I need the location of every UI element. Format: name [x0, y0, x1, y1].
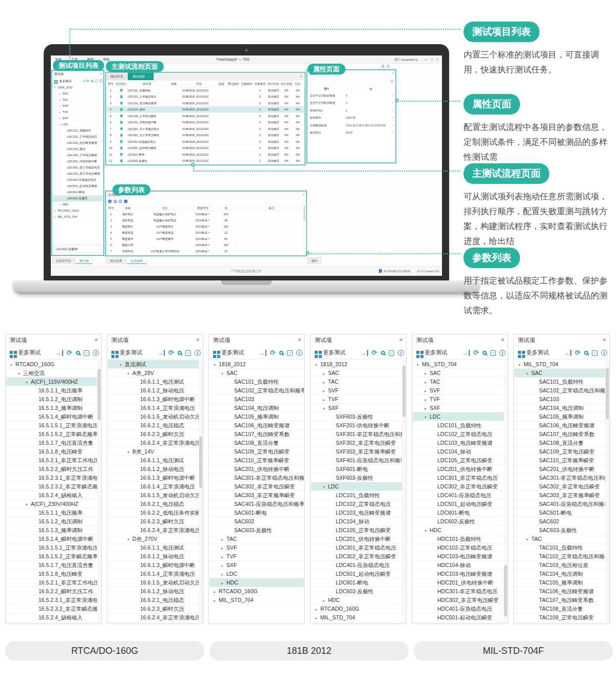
help-icon[interactable]: ?: [381, 65, 384, 68]
tree-item[interactable]: SAC105_频率调制: [209, 412, 304, 421]
chevron-right-icon[interactable]: ▸: [221, 536, 226, 543]
more-tests-button[interactable]: 更多测试: [59, 79, 71, 83]
search-icon[interactable]: [279, 351, 283, 355]
tree-item[interactable]: LDC301_非正常稳态电压: [311, 543, 406, 552]
chevron-right-icon[interactable]: ▸: [323, 379, 328, 386]
tree-item[interactable]: 16.5.2.3.1_非正常浪涌电压: [6, 596, 101, 605]
close-icon[interactable]: ×: [297, 334, 301, 346]
chevron-down-icon[interactable]: ▾: [18, 370, 23, 378]
tree-item[interactable]: ▸HDC: [209, 578, 304, 587]
scrollbar-thumb[interactable]: [606, 368, 609, 419]
refresh-icon[interactable]: ⟳: [473, 350, 479, 356]
tree-item[interactable]: SAC104_电压调制: [514, 404, 609, 412]
info-icon[interactable]: i: [195, 350, 201, 356]
refresh-icon[interactable]: ⟳: [67, 350, 72, 356]
tree-item[interactable]: ▸RTCADO_160G: [311, 605, 406, 613]
tree-item[interactable]: ▸SXF: [413, 404, 507, 412]
tree-item[interactable]: LDC201_供电转换中断: [52, 159, 104, 165]
param-row[interactable]: 1保护电压电源输出保护电压DOUBLE ˅200: [106, 211, 306, 217]
import-icon[interactable]: →: [157, 350, 165, 356]
chevron-right-icon[interactable]: ▸: [221, 562, 226, 570]
chevron-down-icon[interactable]: ˅: [390, 99, 396, 107]
tree-item[interactable]: ▾直流测试: [108, 360, 202, 369]
import-icon[interactable]: →: [259, 350, 266, 356]
chevron-down-icon[interactable]: ▾: [127, 623, 132, 624]
tree-item[interactable]: SAC102_正常稳态电压和频率: [514, 386, 609, 395]
chevron-down-icon[interactable]: ˅: [390, 114, 396, 122]
tree-item[interactable]: LDC601-断电: [413, 509, 507, 517]
chevron-right-icon[interactable]: ▸: [315, 606, 320, 613]
tree-item[interactable]: LDC101_负载特性: [311, 491, 406, 500]
tree-item[interactable]: SAC602: [209, 517, 304, 526]
chevron-down-icon[interactable]: ▾: [526, 536, 531, 543]
tree-item[interactable]: HDC104-脉动: [413, 561, 507, 570]
tree-item[interactable]: 16.5.2.3.1_非正常浪涌电压: [6, 474, 101, 482]
property-row[interactable]: 是否开启试验前检查0˅: [307, 92, 396, 100]
tree-item[interactable]: TAC108_直流分量: [514, 605, 609, 613]
info-icon[interactable]: i: [601, 350, 607, 356]
tree-item[interactable]: 16.5.1.2_电压调制: [6, 517, 101, 526]
tree-item[interactable]: HDC401-应急稳态电压: [413, 605, 507, 613]
tree-item[interactable]: SAC107_电压畸变系数: [209, 430, 304, 439]
tree-item[interactable]: 16.5.1.8_电压畸变: [6, 570, 101, 578]
tree-item[interactable]: 16.5.2.4_缺相输入: [6, 491, 101, 500]
tree-item[interactable]: 16.6.1.2_脉动电压: [108, 552, 202, 561]
cell-value[interactable]: 200: [215, 211, 237, 217]
tree-item[interactable]: ▾1818_2012: [52, 85, 104, 91]
more-tests-button[interactable]: 更多测试: [120, 349, 142, 355]
tree-item[interactable]: 16.6.1.1_电压测试: [108, 456, 202, 465]
collapse-all-icon[interactable]: −: [490, 350, 496, 356]
chevron-down-icon[interactable]: ▾: [323, 483, 328, 491]
tree-item[interactable]: SAC301-非正常稳态电压和频率: [209, 474, 304, 482]
refresh-icon[interactable]: ⟳: [270, 350, 276, 356]
prop-info-icon[interactable]: i: [391, 79, 394, 83]
tree-item[interactable]: HDC301-非正常稳态电压: [413, 587, 507, 596]
tree-item[interactable]: ▾Z类_28V: [108, 622, 202, 624]
tree-item[interactable]: HDC501-起动电压瞬变: [413, 613, 507, 622]
chevron-right-icon[interactable]: ▸: [214, 588, 219, 596]
tree-item[interactable]: SAC110_正常频率瞬变: [209, 456, 304, 465]
tree-item[interactable]: LDC104_脉动: [311, 517, 406, 526]
property-value[interactable]: 0: [346, 99, 390, 107]
collapse-all-icon[interactable]: −: [185, 350, 191, 356]
tree-item[interactable]: LDC302_非正常电压瞬变: [52, 171, 104, 177]
tree-item[interactable]: 16.5.1.7_电压直流含量: [6, 439, 101, 447]
tree-item[interactable]: SAC103: [514, 395, 609, 404]
tree-item[interactable]: ▸TAC: [311, 378, 406, 386]
import-icon[interactable]: →: [81, 80, 85, 83]
tree-item[interactable]: TAC104_电压调制: [514, 570, 609, 578]
tree-item[interactable]: LDC101_负载特性: [413, 421, 507, 430]
cell-value[interactable]: 60: [215, 236, 237, 242]
import-icon[interactable]: →: [564, 350, 571, 356]
tree-item[interactable]: 16.5.1.8_电压畸变: [6, 447, 101, 456]
chevron-down-icon[interactable]: ˅: [390, 107, 396, 115]
cell-datatype[interactable]: DOUBLE ˅: [191, 217, 216, 223]
tree-item[interactable]: 16.5.1.2_电压调制: [6, 395, 101, 404]
chevron-down-icon[interactable]: ▾: [10, 361, 15, 369]
tree-item[interactable]: SAC110_正常频率瞬变: [514, 456, 609, 465]
tree-item[interactable]: TAC101_负载特性: [514, 543, 609, 552]
tree-item[interactable]: TAC105_频率调制: [514, 578, 609, 587]
tree-item[interactable]: ▾1818_2012: [311, 360, 406, 369]
chevron-right-icon[interactable]: ▸: [323, 370, 328, 378]
tree-item[interactable]: ▸SXF: [52, 116, 104, 122]
tree-item[interactable]: 16.5.2.2_瞬时欠压工作: [6, 465, 101, 474]
info-icon[interactable]: i: [93, 350, 99, 356]
tree-item[interactable]: SAC302_非正常电压瞬变: [514, 482, 609, 491]
import-icon[interactable]: →: [55, 350, 63, 356]
chevron-right-icon[interactable]: ▸: [323, 387, 328, 395]
tree-item[interactable]: SAC201_供电转换中断: [209, 465, 304, 474]
tree-item[interactable]: HDC103-电压畸变频谱: [413, 570, 507, 578]
tree-item[interactable]: ▾MIL_STD_704: [514, 360, 609, 369]
close-icon[interactable]: ×: [602, 334, 606, 346]
flow-row[interactable]: 5✓LDC105_正常电压瞬变/GJB1818_2012/LDC0等待测试0%N…: [106, 113, 305, 120]
tree-item[interactable]: 16.5.1.5.1_正常浪涌电压: [6, 543, 101, 552]
close-icon[interactable]: ×: [392, 70, 394, 77]
tree-item[interactable]: LDC104_脉动: [52, 146, 104, 153]
tree-item[interactable]: SAC102_正常稳态电压和频率: [209, 386, 304, 395]
flow-row[interactable]: 10✓LDC501_起动电压瞬变/GJB1818_2012/LDC0等待测试0%…: [106, 145, 305, 152]
tree-item[interactable]: SAC601-断电: [209, 509, 304, 517]
tree-item[interactable]: 16.6.2.4_非正常浪涌电压: [108, 439, 202, 447]
tree-item[interactable]: SAC601-断电: [514, 509, 609, 517]
property-value[interactable]: 0.8,0.16,0.26,0.08,0.13,0.04,0.06: [346, 122, 390, 129]
